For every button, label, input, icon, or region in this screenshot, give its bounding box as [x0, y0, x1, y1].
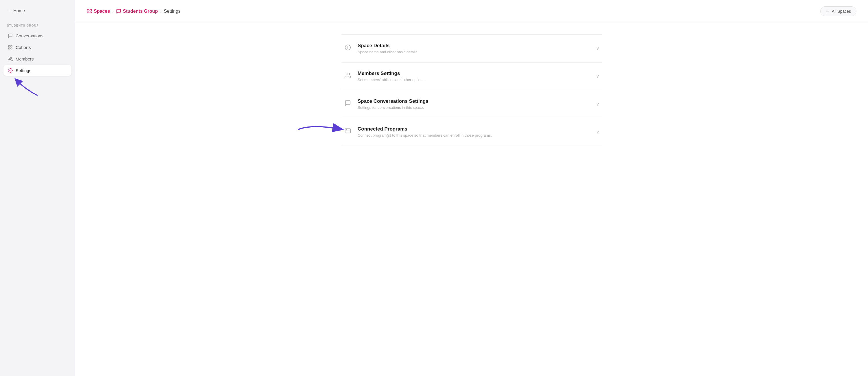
info-icon: [344, 44, 352, 52]
space-details-description: Space name and other basic details.: [358, 50, 418, 54]
sidebar-item-conversations[interactable]: Conversations: [3, 30, 71, 41]
breadcrumb-sep-2: ›: [160, 9, 162, 13]
breadcrumb: Spaces › Students Group › Settings: [87, 9, 181, 14]
settings-list: Space Details Space name and other basic…: [341, 34, 602, 146]
svg-rect-8: [87, 12, 89, 13]
main-content: Spaces › Students Group › Settings ← All…: [75, 0, 868, 376]
settings-arrow-annotation: [9, 78, 43, 98]
sidebar-section-label: STUDENTS GROUP: [0, 19, 75, 30]
group-label: Students Group: [123, 9, 158, 14]
members-settings-chevron-icon: ∨: [596, 74, 599, 79]
svg-rect-1: [10, 46, 12, 47]
svg-point-4: [9, 57, 10, 59]
current-page-label: Settings: [164, 9, 181, 14]
all-spaces-button[interactable]: ← All Spaces: [820, 6, 857, 16]
svg-rect-0: [8, 46, 10, 47]
conversations-settings-title: Space Conversations Settings: [358, 98, 429, 104]
chat-settings-icon: [344, 99, 352, 107]
connected-programs-title: Connected Programs: [358, 126, 492, 132]
sidebar-item-members[interactable]: Members: [3, 53, 71, 64]
connected-programs-description: Connect program(s) to this space so that…: [358, 133, 492, 138]
connected-programs-text: Connected Programs Connect program(s) to…: [358, 126, 492, 138]
home-link[interactable]: ← Home: [0, 0, 75, 19]
sidebar-nav: Conversations Cohorts: [0, 30, 75, 76]
content-area: Space Details Space name and other basic…: [75, 23, 868, 376]
chat-icon: [7, 33, 13, 38]
svg-rect-6: [87, 9, 89, 11]
settings-item-left-members: Members Settings Set members' abilities …: [344, 70, 425, 82]
members-settings-icon: [344, 71, 352, 79]
sidebar-item-settings[interactable]: Settings: [3, 65, 71, 76]
settings-item-connected-programs[interactable]: Connected Programs Connect program(s) to…: [341, 118, 602, 146]
members-icon: [7, 56, 13, 61]
settings-item-members-settings[interactable]: Members Settings Set members' abilities …: [341, 62, 602, 90]
svg-rect-7: [90, 9, 92, 11]
header: Spaces › Students Group › Settings ← All…: [75, 0, 868, 23]
settings-item-left-space-details: Space Details Space name and other basic…: [344, 43, 418, 54]
members-label: Members: [16, 56, 34, 61]
all-spaces-label: All Spaces: [832, 9, 851, 13]
sidebar-item-cohorts[interactable]: Cohorts: [3, 42, 71, 53]
conversations-settings-description: Settings for conversations in this space…: [358, 105, 429, 110]
svg-point-13: [346, 73, 348, 75]
space-details-chevron-icon: ∨: [596, 46, 599, 51]
space-details-text: Space Details Space name and other basic…: [358, 43, 418, 54]
settings-item-left-programs: Connected Programs Connect program(s) to…: [344, 126, 492, 138]
svg-rect-9: [90, 12, 92, 13]
members-settings-description: Set members' abilities and other options: [358, 78, 425, 82]
conversations-label: Conversations: [16, 33, 43, 38]
gear-icon: [7, 68, 13, 73]
conversations-settings-chevron-icon: ∨: [596, 101, 599, 107]
svg-rect-2: [8, 48, 10, 49]
breadcrumb-sep-1: ›: [112, 9, 114, 13]
cohorts-icon: [7, 45, 13, 50]
settings-item-left-conversations: Space Conversations Settings Settings fo…: [344, 98, 429, 110]
spaces-breadcrumb-link[interactable]: Spaces: [87, 9, 110, 14]
conversations-settings-text: Space Conversations Settings Settings fo…: [358, 98, 429, 110]
members-settings-title: Members Settings: [358, 70, 425, 77]
spaces-icon: [87, 9, 92, 14]
settings-label: Settings: [16, 68, 31, 73]
connected-programs-chevron-icon: ∨: [596, 129, 599, 135]
back-arrow-icon: ←: [7, 8, 11, 13]
settings-item-conversations[interactable]: Space Conversations Settings Settings fo…: [341, 90, 602, 118]
space-details-title: Space Details: [358, 43, 418, 49]
members-settings-text: Members Settings Set members' abilities …: [358, 70, 425, 82]
cohorts-label: Cohorts: [16, 45, 31, 50]
home-label: Home: [13, 8, 25, 13]
students-group-icon: [116, 9, 121, 14]
settings-item-space-details[interactable]: Space Details Space name and other basic…: [341, 34, 602, 62]
connected-programs-arrow-annotation: [295, 121, 347, 139]
all-spaces-back-arrow-icon: ←: [826, 9, 830, 13]
svg-rect-3: [10, 48, 12, 49]
students-group-breadcrumb-link[interactable]: Students Group: [116, 9, 158, 14]
spaces-label: Spaces: [94, 9, 110, 14]
sidebar: ← Home STUDENTS GROUP Conversations: [0, 0, 75, 376]
svg-point-5: [9, 70, 11, 71]
